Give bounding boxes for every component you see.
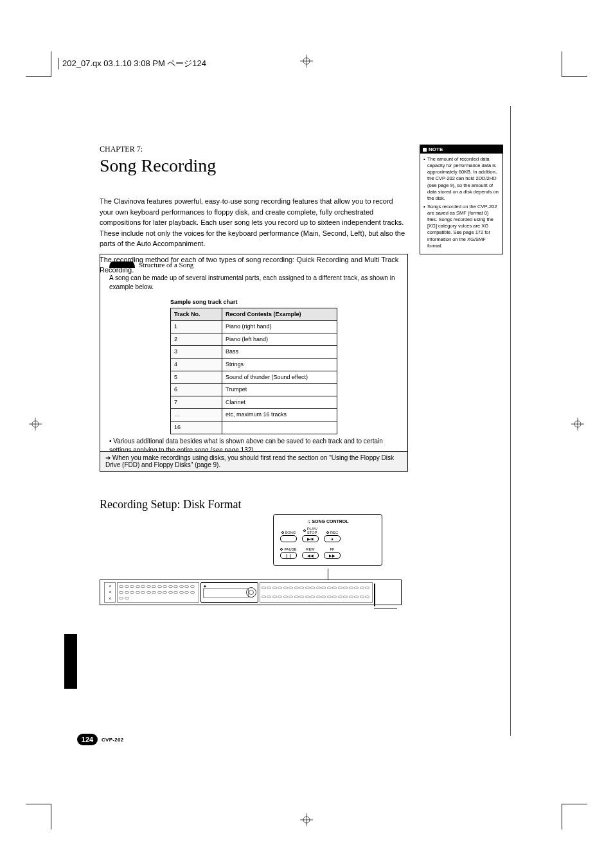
panel-mini-button <box>147 585 151 588</box>
control-button: PLAY/ STOP▶/■ <box>302 527 319 542</box>
panel-mini-button <box>168 585 173 588</box>
panel-mini-button <box>190 591 195 594</box>
panel-mini-button <box>262 587 266 589</box>
button-icon: ▶/■ <box>302 535 319 542</box>
memo-box: Structure of a Song A song can be made u… <box>100 254 408 465</box>
track-content: Sound of thunder (Sound effect) <box>222 371 337 384</box>
track-content <box>222 421 337 434</box>
panel-mini-button <box>310 587 315 589</box>
table-row: 3Bass <box>171 346 337 359</box>
control-button: SONG <box>280 531 297 542</box>
panel-mini-button <box>365 596 369 598</box>
panel-mini-button <box>338 587 342 589</box>
panel-buttons <box>117 582 199 603</box>
model-label: CVP-202 <box>102 737 124 743</box>
track-content: Bass <box>222 346 337 359</box>
panel-mini-button <box>332 587 337 589</box>
panel-mini-button <box>283 587 288 589</box>
registration-mark <box>571 418 584 430</box>
panel-mini-button <box>184 585 189 588</box>
panel-mini-button <box>294 587 299 589</box>
crop-mark <box>26 51 51 77</box>
panel-mini-button <box>125 585 129 588</box>
registration-mark <box>300 813 313 826</box>
table-row: 2Piano (left hand) <box>171 333 337 346</box>
side-note-item: The amount of recorded data capacity for… <box>423 156 499 202</box>
panel-mini-button <box>125 591 129 594</box>
chapter-overline: CHAPTER 7: <box>100 145 408 154</box>
panel-mini-button <box>349 596 353 598</box>
control-button: PAUSE❙❙ <box>280 547 297 559</box>
panel-mini-button <box>272 587 277 589</box>
prepress-header: 202_07.qx 03.1.10 3:08 PM ページ124 <box>58 58 206 69</box>
disk-note-box: ➔ When you make recordings using disks, … <box>100 451 408 472</box>
track-no: 16 <box>171 421 222 434</box>
panel-buttons <box>260 582 373 603</box>
panel-mini-button <box>125 597 129 599</box>
panel-mini-button <box>343 587 348 589</box>
crop-mark <box>562 51 587 77</box>
column-rule <box>510 106 511 736</box>
chapter-title: Song Recording <box>100 155 408 176</box>
side-note-header: NOTE <box>420 145 502 154</box>
panel-mini-button <box>316 596 321 598</box>
panel-mini-button <box>278 596 282 598</box>
section-heading: Recording Setup: Disk Format <box>100 498 241 511</box>
panel-mini-button <box>321 596 326 598</box>
track-content: Trumpet <box>222 384 337 396</box>
track-no: 7 <box>171 396 222 409</box>
panel-lcd: ◆ <box>200 582 258 603</box>
panel-mini-button <box>168 591 173 594</box>
song-control-callout: ♫ SONG CONTROL SONGPLAY/ STOP▶/■REC● PAU… <box>263 514 392 566</box>
button-icon: ● <box>324 535 341 542</box>
registration-mark <box>29 418 42 430</box>
memo-title: Structure of a Song <box>139 261 193 269</box>
panel-mini-button <box>332 596 337 598</box>
panel-mini-button <box>130 585 134 588</box>
panel-mini-button <box>267 587 271 589</box>
panel-mini-button <box>179 591 184 594</box>
table-caption: Sample song track chart <box>170 298 337 308</box>
table-row: …etc, maximum 16 tracks <box>171 409 337 421</box>
table-header: Track No. <box>171 308 222 321</box>
track-no: 1 <box>171 321 222 333</box>
panel-mini-button <box>179 585 184 588</box>
led-icon <box>281 531 284 534</box>
panel-mini-button <box>343 596 348 598</box>
button-icon <box>280 535 297 542</box>
panel-mini-button <box>163 591 167 594</box>
panel-mini-button <box>349 587 353 589</box>
track-no: 3 <box>171 346 222 359</box>
track-no: 5 <box>171 371 222 384</box>
track-table: Sample song track chart Track No. Record… <box>170 298 337 434</box>
side-note-item: Songs recorded on the CVP-202 are saved … <box>423 204 499 249</box>
track-content: Piano (left hand) <box>222 333 337 346</box>
led-icon <box>303 529 306 532</box>
panel-mini-button <box>119 585 123 588</box>
panel-mini-button <box>173 585 178 588</box>
track-no: 4 <box>171 358 222 371</box>
panel-mini-button <box>305 587 310 589</box>
led-icon <box>326 531 329 534</box>
panel-mini-button <box>305 596 310 598</box>
panel-mini-button <box>289 587 293 589</box>
table-row: 1Piano (right hand) <box>171 321 337 333</box>
panel-mini-button <box>190 585 195 588</box>
memo-icon <box>109 261 135 268</box>
keyboard-panel-diagram: ◆ <box>100 580 402 605</box>
panel-mini-button <box>321 587 326 589</box>
track-no: 2 <box>171 333 222 346</box>
panel-mini-button <box>360 596 364 598</box>
crop-mark <box>26 804 51 829</box>
led-icon <box>280 548 283 551</box>
table-row: 7Clarinet <box>171 396 337 409</box>
panel-left <box>104 582 116 603</box>
panel-mini-button <box>310 596 315 598</box>
panel-mini-button <box>163 585 167 588</box>
registration-mark <box>300 55 313 67</box>
panel-mini-button <box>136 591 140 594</box>
table-header: Record Contests (Example) <box>222 308 337 321</box>
track-content: Strings <box>222 358 337 371</box>
table-row: 5Sound of thunder (Sound effect) <box>171 371 337 384</box>
table-row: 6Trumpet <box>171 384 337 396</box>
